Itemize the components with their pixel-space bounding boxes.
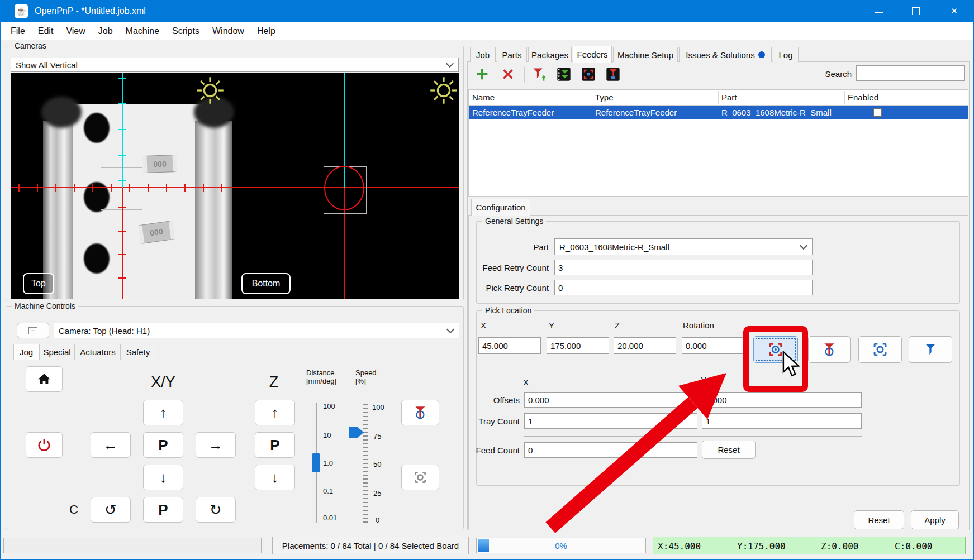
jog-x-plus-button[interactable]: →: [196, 432, 236, 458]
progress-label: 0%: [477, 538, 645, 553]
pick-y-input[interactable]: [547, 337, 609, 354]
position-camera-button[interactable]: [401, 465, 439, 490]
tray-count-y-input[interactable]: [702, 413, 862, 429]
auto-setup-feeder-button[interactable]: [554, 65, 573, 84]
jog-x-minus-button[interactable]: ←: [91, 432, 131, 458]
maximize-button[interactable]: [897, 0, 934, 22]
machine-controls-label: Machine Controls: [12, 301, 78, 310]
tab-safety[interactable]: Safety: [121, 344, 155, 360]
tab-actuators[interactable]: Actuators: [75, 344, 121, 360]
offsets-label: Offsets: [473, 395, 520, 405]
menu-machine[interactable]: Machine: [121, 23, 164, 40]
nozzle-circle: [324, 166, 364, 210]
feed-count-input[interactable]: [524, 442, 697, 458]
pick-retry-count-input[interactable]: [554, 280, 813, 295]
park-z-button[interactable]: P: [255, 432, 295, 458]
menu-window[interactable]: Window: [207, 23, 249, 40]
speed-slider-track[interactable]: [363, 404, 368, 523]
machine-controls-group: Machine Controls: [6, 306, 464, 529]
tab-issues-solutions[interactable]: Issues & Solutions: [679, 47, 772, 62]
row-part: R_0603_1608Metric-R_Small: [721, 106, 832, 119]
pick-z-input[interactable]: [614, 337, 676, 354]
reset-button[interactable]: Reset: [854, 510, 904, 529]
col-type[interactable]: Type: [595, 90, 614, 106]
park-xy-button[interactable]: P: [143, 432, 183, 458]
move-camera-to-location-button[interactable]: [858, 336, 902, 363]
tab-special[interactable]: Special: [39, 344, 75, 360]
rotate-cw-button[interactable]: ↻: [196, 497, 236, 523]
camera-light-icon[interactable]: [196, 76, 224, 104]
rail-top-blob-left: [41, 97, 82, 128]
tray-rail-left: [43, 121, 73, 299]
move-nozzle-to-location-button[interactable]: [909, 336, 952, 363]
col-name[interactable]: Name: [472, 90, 495, 106]
menu-edit[interactable]: Edit: [33, 23, 59, 40]
home-button[interactable]: [26, 366, 63, 392]
menu-view[interactable]: View: [61, 23, 90, 40]
menu-job[interactable]: Job: [93, 23, 118, 40]
camera-view-mode-value: Show All Vertical: [16, 60, 78, 70]
rotate-ccw-button[interactable]: ↺: [91, 497, 131, 523]
jog-z-plus-button[interactable]: ↑: [255, 400, 295, 425]
col-part[interactable]: Part: [721, 90, 737, 106]
pick-rotation-input[interactable]: [682, 337, 744, 354]
power-button[interactable]: [26, 432, 63, 458]
menu-help[interactable]: Help: [252, 23, 281, 40]
menu-file[interactable]: File: [6, 23, 30, 40]
tab-configuration[interactable]: Configuration: [471, 199, 530, 216]
camera-light-icon[interactable]: [430, 76, 458, 104]
pick-x-input[interactable]: [478, 337, 541, 354]
film-funnel-icon: [605, 66, 621, 82]
tab-log[interactable]: Log: [773, 47, 799, 62]
jog-z-minus-button[interactable]: ↓: [255, 465, 295, 490]
cameras-group-label: Cameras: [12, 41, 49, 50]
collapse-jog-button[interactable]: −: [17, 323, 49, 338]
tab-jog[interactable]: Jog: [13, 344, 39, 360]
general-settings-label: General Settings: [482, 217, 546, 226]
offsets-y-input[interactable]: [702, 392, 862, 408]
tab-machine-setup[interactable]: Machine Setup: [613, 47, 678, 62]
park-c-button[interactable]: P: [143, 497, 183, 523]
tab-job[interactable]: Job: [470, 47, 496, 62]
table-row[interactable]: ReferenceTrayFeeder ReferenceTrayFeeder …: [469, 106, 968, 119]
java-app-icon: ☕: [15, 4, 28, 18]
column-separator: [592, 91, 592, 104]
tab-parts[interactable]: Parts: [497, 47, 527, 62]
tool-selector[interactable]: Camera: Top (Head: H1): [54, 323, 459, 338]
sprocket-hole: [84, 243, 110, 274]
placements-status: Placements: 0 / 84 Total | 0 / 84 Select…: [272, 537, 469, 554]
search-input[interactable]: [856, 65, 965, 81]
feed-retry-count-input[interactable]: [554, 260, 813, 275]
add-feeder-button[interactable]: [473, 65, 492, 84]
camera-canvas[interactable]: 000 000: [11, 73, 459, 299]
jog-y-minus-button[interactable]: ↓: [143, 465, 183, 490]
sprocket-hole: [84, 113, 110, 143]
menu-scripts[interactable]: Scripts: [167, 23, 205, 40]
position-nozzle-button[interactable]: [401, 400, 439, 425]
speed-label: Speed [%]: [355, 368, 388, 385]
pick-from-feeder-button[interactable]: [604, 65, 623, 84]
status-bar: Placements: 0 / 84 Total | 0 / 84 Select…: [0, 534, 974, 560]
capture-feeder-location-button[interactable]: [579, 65, 598, 84]
camera-view-mode-select[interactable]: Show All Vertical: [11, 58, 459, 72]
delete-feeder-button[interactable]: [498, 65, 517, 84]
tray-count-x-input[interactable]: [524, 413, 697, 429]
offsets-x-input[interactable]: [524, 392, 697, 408]
minimize-button[interactable]: —: [861, 0, 897, 22]
distance-label: Distance [mm/deg]: [306, 368, 350, 385]
column-separator: [718, 91, 719, 104]
close-button[interactable]: ✕: [934, 0, 974, 22]
apply-button[interactable]: Apply: [911, 510, 959, 529]
distance-slider-handle[interactable]: [312, 453, 320, 472]
part-select[interactable]: R_0603_1608Metric-R_Small: [554, 238, 813, 255]
home-icon: [37, 372, 51, 386]
col-enabled[interactable]: Enabled: [848, 90, 878, 106]
capture-nozzle-coordinates-button[interactable]: [808, 336, 851, 363]
offsets-x-label: X: [523, 377, 529, 387]
enabled-checkbox[interactable]: [873, 108, 882, 117]
feed-count-reset-button[interactable]: Reset: [702, 441, 756, 459]
tab-packages[interactable]: Packages: [528, 47, 572, 62]
jog-y-plus-button[interactable]: ↑: [143, 400, 183, 425]
tab-feeders[interactable]: Feeders: [573, 46, 612, 63]
feed-feeder-button[interactable]: [530, 65, 549, 84]
